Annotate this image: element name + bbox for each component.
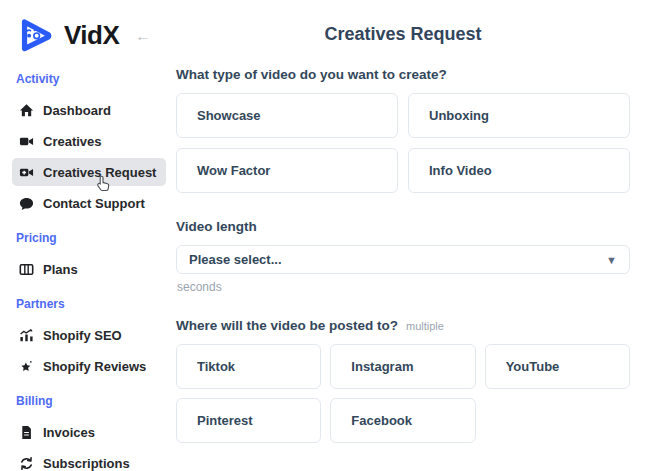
sidebar-section-activity: Activity Dashboard Creatives Creatives R… bbox=[12, 72, 166, 217]
sidebar-section-pricing: Pricing Plans bbox=[12, 231, 166, 283]
section-label: Activity bbox=[16, 72, 166, 86]
sidebar-item-invoices[interactable]: Invoices bbox=[12, 418, 166, 446]
platform-option-facebook[interactable]: Facebook bbox=[330, 398, 475, 443]
chat-bubble-icon bbox=[18, 195, 34, 211]
video-type-options: Showcase Unboxing Wow Factor Info Video bbox=[176, 93, 630, 193]
section-label: Billing bbox=[16, 394, 166, 408]
video-type-option-showcase[interactable]: Showcase bbox=[176, 93, 398, 138]
app-window: VidX ← Activity Dashboard Creatives bbox=[0, 0, 648, 471]
sidebar-item-label: Creatives bbox=[43, 134, 102, 149]
sidebar-item-shopify-reviews[interactable]: Shopify Reviews bbox=[12, 352, 166, 380]
vidx-logo-icon bbox=[12, 12, 58, 58]
collapse-sidebar-icon[interactable]: ← bbox=[135, 27, 150, 44]
columns-icon bbox=[18, 261, 34, 277]
sidebar-item-dashboard[interactable]: Dashboard bbox=[12, 96, 166, 124]
brand: VidX ← bbox=[12, 12, 166, 58]
sidebar-item-creatives-request[interactable]: Creatives Request bbox=[12, 158, 166, 186]
refresh-icon bbox=[18, 455, 34, 471]
platform-option-instagram[interactable]: Instagram bbox=[330, 344, 475, 389]
video-type-option-wow-factor[interactable]: Wow Factor bbox=[176, 148, 398, 193]
video-length-select[interactable]: Please select... ▼ bbox=[176, 245, 630, 274]
sidebar-item-contact-support[interactable]: Contact Support bbox=[12, 189, 166, 217]
video-type-label: What type of video do you want to create… bbox=[176, 67, 630, 82]
section-label: Partners bbox=[16, 297, 166, 311]
sidebar-item-subscriptions[interactable]: Subscriptions bbox=[12, 449, 166, 471]
page-title: Creatives Request bbox=[176, 24, 630, 45]
sidebar-item-label: Subscriptions bbox=[43, 456, 130, 471]
platforms-label: Where will the video be posted to?multip… bbox=[176, 318, 630, 333]
chevron-down-icon: ▼ bbox=[606, 254, 617, 266]
sidebar-item-label: Creatives Request bbox=[43, 165, 156, 180]
video-type-option-info-video[interactable]: Info Video bbox=[408, 148, 630, 193]
sidebar-item-plans[interactable]: Plans bbox=[12, 255, 166, 283]
home-icon bbox=[18, 102, 34, 118]
video-length-helper: seconds bbox=[177, 280, 630, 294]
sidebar-item-label: Shopify SEO bbox=[43, 328, 122, 343]
platform-options: Tiktok Instagram YouTube Pinterest Faceb… bbox=[176, 344, 630, 443]
sidebar-item-creatives[interactable]: Creatives bbox=[12, 127, 166, 155]
video-length-label: Video length bbox=[176, 219, 630, 234]
sidebar-item-shopify-seo[interactable]: Shopify SEO bbox=[12, 321, 166, 349]
sidebar-section-partners: Partners Shopify SEO Shopify Reviews bbox=[12, 297, 166, 380]
sidebar-item-label: Invoices bbox=[43, 425, 95, 440]
video-camera-icon bbox=[18, 133, 34, 149]
grid-spacer bbox=[485, 398, 630, 443]
platform-option-pinterest[interactable]: Pinterest bbox=[176, 398, 321, 443]
sidebar-item-label: Plans bbox=[43, 262, 78, 277]
main-content: Creatives Request What type of video do … bbox=[172, 0, 648, 471]
platforms-label-text: Where will the video be posted to? bbox=[176, 318, 398, 333]
bar-chart-icon bbox=[18, 327, 34, 343]
video-type-option-unboxing[interactable]: Unboxing bbox=[408, 93, 630, 138]
sidebar: VidX ← Activity Dashboard Creatives bbox=[0, 0, 172, 471]
platform-option-tiktok[interactable]: Tiktok bbox=[176, 344, 321, 389]
invoice-icon bbox=[18, 424, 34, 440]
sidebar-section-billing: Billing Invoices Subscriptions bbox=[12, 394, 166, 471]
star-icon bbox=[18, 358, 34, 374]
platform-option-youtube[interactable]: YouTube bbox=[485, 344, 630, 389]
video-length-select-value: Please select... bbox=[189, 252, 282, 267]
platforms-multiple-tag: multiple bbox=[406, 320, 444, 332]
video-camera-plus-icon bbox=[18, 164, 34, 180]
sidebar-item-label: Dashboard bbox=[43, 103, 111, 118]
section-label: Pricing bbox=[16, 231, 166, 245]
brand-name: VidX bbox=[64, 20, 119, 51]
sidebar-item-label: Contact Support bbox=[43, 196, 145, 211]
sidebar-item-label: Shopify Reviews bbox=[43, 359, 146, 374]
